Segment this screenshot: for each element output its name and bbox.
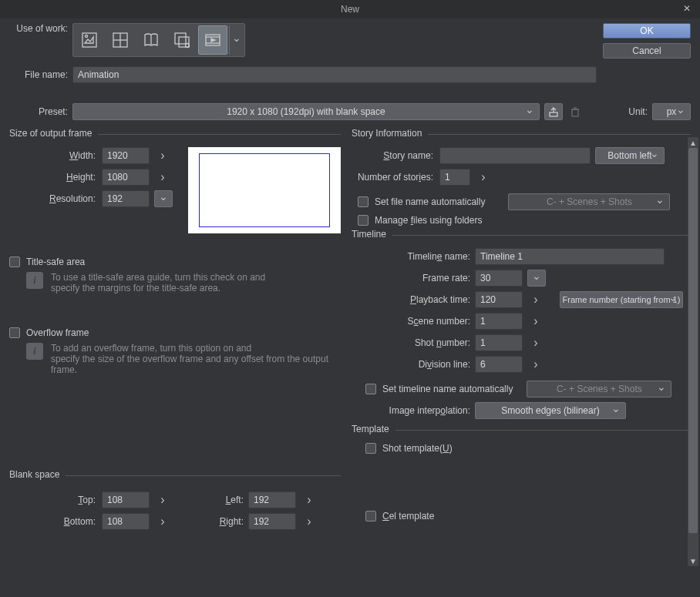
- use-of-work-label: Use of work:: [9, 23, 72, 34]
- top-input[interactable]: [102, 491, 150, 508]
- right-input[interactable]: [248, 513, 296, 530]
- bottom-stepper[interactable]: [154, 515, 171, 528]
- save-preset-button[interactable]: [544, 103, 563, 120]
- shot-template-label: Shot template(U): [382, 443, 453, 454]
- frame-rate-input[interactable]: [475, 270, 523, 287]
- division-line-label: Division line:: [352, 359, 475, 370]
- overflow-desc: To add an overflow frame, turn this opti…: [51, 343, 341, 354]
- timeline-name-input[interactable]: [475, 248, 665, 265]
- auto-filename-rule-val: C- + Scenes + Shots: [547, 196, 632, 207]
- file-name-input[interactable]: [72, 66, 597, 83]
- title-bar: New ✕: [0, 0, 700, 18]
- manage-folders-label: Manage files using folders: [375, 215, 482, 226]
- preset-label: Preset:: [9, 106, 72, 117]
- ok-button[interactable]: OK: [603, 23, 691, 39]
- overflow-desc2: specify the size of the overflow frame a…: [51, 354, 341, 375]
- story-pos-value: Bottom left: [607, 150, 651, 161]
- work-type-comic-icon[interactable]: [106, 25, 135, 55]
- playback-input[interactable]: [475, 291, 523, 308]
- shot-number-label: Shot number:: [352, 337, 475, 348]
- resolution-dropdown[interactable]: [154, 190, 173, 207]
- scroll-up-arrow[interactable]: ▲: [688, 137, 698, 148]
- preset-value: 1920 x 1080 (192dpi) with blank space: [227, 106, 385, 117]
- blank-space-title: Blank space: [9, 469, 66, 480]
- svg-rect-7: [179, 37, 189, 47]
- bottom-input[interactable]: [102, 513, 150, 530]
- story-name-position[interactable]: Bottom left: [595, 147, 665, 164]
- auto-timeline-name-checkbox[interactable]: [365, 384, 376, 394]
- work-type-animation-icon[interactable]: [198, 25, 227, 55]
- story-info-title: Story Information: [352, 128, 428, 139]
- vertical-scrollbar[interactable]: ▲ ▼: [688, 137, 698, 566]
- shot-template-checkbox[interactable]: [365, 443, 376, 454]
- width-label: Width:: [9, 150, 102, 161]
- resolution-input[interactable]: [102, 190, 150, 207]
- title-safe-label: Title-safe area: [26, 257, 85, 267]
- chevron-down-icon: [676, 106, 685, 118]
- svg-rect-12: [550, 112, 557, 116]
- unit-combo[interactable]: px: [652, 103, 691, 120]
- playback-label: Playback time:: [352, 294, 475, 305]
- timeline-name-label: Timeline name:: [352, 251, 475, 262]
- interp-combo[interactable]: Smooth edges (bilinear): [475, 402, 626, 419]
- scene-number-input[interactable]: [475, 313, 523, 330]
- auto-timeline-rule: C- + Scenes + Shots: [527, 381, 671, 397]
- division-line-input[interactable]: [475, 356, 523, 373]
- title-safe-desc: To use a title-safe area guide, turn thi…: [51, 272, 265, 283]
- width-input[interactable]: [102, 147, 150, 164]
- playback-stepper[interactable]: [527, 293, 544, 307]
- close-icon[interactable]: ✕: [680, 2, 694, 15]
- playback-unit-combo[interactable]: Frame number (starting from 1): [560, 291, 683, 308]
- scene-number-stepper[interactable]: [527, 314, 544, 328]
- svg-rect-0: [82, 33, 96, 47]
- frame-rate-label: Frame rate:: [352, 273, 475, 283]
- template-title: Template: [352, 424, 395, 434]
- auto-filename-checkbox[interactable]: [358, 196, 369, 207]
- left-input[interactable]: [248, 491, 296, 508]
- chevron-down-icon: [650, 149, 659, 162]
- canvas-preview-frame: [199, 153, 330, 227]
- info-icon: i: [26, 272, 43, 289]
- top-stepper[interactable]: [154, 493, 171, 507]
- title-safe-checkbox[interactable]: [9, 257, 20, 267]
- overflow-label: Overflow frame: [26, 327, 89, 338]
- window-title: New: [341, 4, 359, 15]
- right-stepper[interactable]: [301, 515, 318, 528]
- height-input[interactable]: [102, 169, 150, 186]
- shot-number-stepper[interactable]: [527, 336, 544, 350]
- info-icon: i: [26, 343, 43, 360]
- scroll-thumb[interactable]: [688, 148, 698, 533]
- file-name-label: File name:: [9, 69, 72, 80]
- resolution-label: Resolution:: [9, 193, 102, 204]
- left-stepper[interactable]: [301, 493, 318, 507]
- work-type-book-icon[interactable]: [136, 25, 166, 55]
- left-label: Left:: [202, 495, 248, 505]
- division-line-stepper[interactable]: [527, 357, 544, 371]
- timeline-title: Timeline: [352, 229, 392, 240]
- auto-timeline-rule-val: C- + Scenes + Shots: [557, 384, 642, 394]
- interp-value: Smooth edges (bilinear): [501, 405, 599, 416]
- chevron-down-icon: [668, 293, 678, 306]
- cancel-button[interactable]: Cancel: [603, 43, 691, 59]
- story-name-input[interactable]: [439, 147, 591, 164]
- svg-point-1: [86, 35, 88, 38]
- frame-rate-dropdown[interactable]: [527, 270, 546, 287]
- work-type-illustration-icon[interactable]: [75, 25, 104, 55]
- shot-number-input[interactable]: [475, 334, 523, 351]
- auto-filename-rule: C- + Scenes + Shots: [508, 193, 670, 210]
- scroll-down-arrow[interactable]: ▼: [688, 555, 698, 566]
- cel-template-checkbox[interactable]: [365, 511, 376, 522]
- delete-preset-button[interactable]: [566, 103, 584, 120]
- work-type-dropdown[interactable]: [229, 25, 243, 55]
- chevron-down-icon: [525, 106, 534, 118]
- num-stories-stepper[interactable]: [475, 170, 492, 184]
- work-type-frames-icon[interactable]: [167, 25, 197, 55]
- interp-label: Image interpolation:: [352, 405, 475, 416]
- overflow-checkbox[interactable]: [9, 327, 20, 338]
- num-stories-label: Number of stories:: [352, 172, 439, 183]
- preset-combo[interactable]: 1920 x 1080 (192dpi) with blank space: [72, 103, 540, 120]
- height-stepper[interactable]: [154, 170, 171, 184]
- manage-folders-checkbox[interactable]: [358, 215, 369, 226]
- num-stories-input[interactable]: [439, 169, 470, 186]
- width-stepper[interactable]: [154, 149, 171, 163]
